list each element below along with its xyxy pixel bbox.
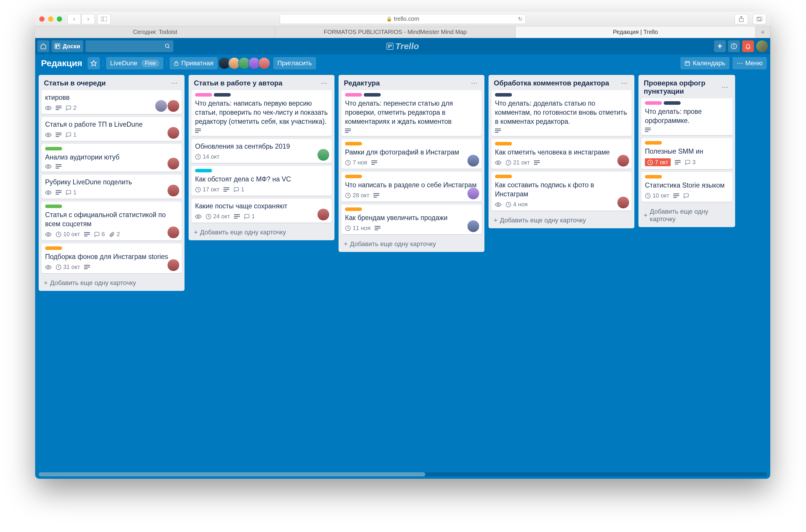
- list-menu-button[interactable]: ⋯: [169, 79, 179, 87]
- label-green[interactable]: [45, 147, 62, 150]
- card[interactable]: Статистика Storie языком10 окт: [641, 172, 732, 202]
- card-member-avatar[interactable]: [617, 197, 629, 208]
- card[interactable]: Рубрику LiveDune поделить1: [41, 175, 182, 199]
- card[interactable]: Что делать: перенести статью для проверк…: [342, 90, 481, 136]
- team-button[interactable]: LiveDune Free: [106, 57, 163, 69]
- card[interactable]: Полезные SMM ин7 окт3: [641, 138, 732, 169]
- forward-button[interactable]: ›: [81, 14, 95, 24]
- back-button[interactable]: ‹: [67, 14, 81, 24]
- card[interactable]: Статья с официальной статистикой по всем…: [41, 202, 182, 241]
- list-name[interactable]: Обработка комментов редактора: [494, 79, 619, 87]
- info-button[interactable]: [728, 40, 740, 52]
- card-member-avatar[interactable]: [468, 220, 479, 232]
- card-badges: 10 окт: [645, 192, 729, 199]
- invite-button[interactable]: Пригласить: [273, 57, 316, 69]
- board-name[interactable]: Редакция: [39, 58, 85, 68]
- card[interactable]: Анализ аудитории ютуб: [41, 144, 182, 172]
- list-name[interactable]: Статьи в очереди: [44, 79, 169, 87]
- card[interactable]: Какие посты чаще сохраняют24 окт1: [191, 199, 332, 223]
- card[interactable]: Что написать в разделе о себе Инстаграм2…: [342, 172, 481, 202]
- label-orange[interactable]: [345, 175, 362, 178]
- menu-button[interactable]: ⋯ Меню: [732, 57, 767, 69]
- label-orange[interactable]: [345, 142, 362, 146]
- maximize-window-button[interactable]: [57, 16, 62, 22]
- card[interactable]: Что делать: прове орфограммке.: [641, 98, 732, 135]
- card[interactable]: Обновления за сентябрь 201914 окт: [191, 139, 332, 163]
- horizontal-scrollbar[interactable]: [39, 472, 767, 476]
- card-member-avatar[interactable]: [155, 100, 167, 112]
- label-navy[interactable]: [495, 93, 512, 97]
- browser-tab-2[interactable]: Редакция | Trello: [515, 26, 756, 38]
- member-avatar[interactable]: [258, 57, 270, 69]
- visibility-button[interactable]: Приватная: [169, 57, 218, 69]
- card-member-avatar[interactable]: [317, 149, 329, 161]
- search-box[interactable]: [86, 40, 173, 52]
- label-orange[interactable]: [495, 142, 512, 146]
- add-card-button[interactable]: +Добавить еще одну карточку: [191, 226, 332, 239]
- home-button[interactable]: [37, 40, 49, 52]
- close-window-button[interactable]: [39, 16, 44, 22]
- label-orange[interactable]: [495, 175, 512, 178]
- label-pink[interactable]: [195, 93, 212, 97]
- calendar-button[interactable]: Календарь: [680, 57, 729, 69]
- card[interactable]: Как брендам увеличить продажи11 ноя: [342, 205, 481, 234]
- label-pink[interactable]: [345, 93, 362, 97]
- card-member-avatar[interactable]: [167, 127, 179, 139]
- label-pink[interactable]: [645, 101, 662, 105]
- label-green[interactable]: [45, 205, 62, 208]
- list-menu-button[interactable]: ⋯: [619, 79, 629, 87]
- card-member-avatar[interactable]: [167, 185, 179, 196]
- card[interactable]: ктировв2: [41, 90, 182, 114]
- add-card-button[interactable]: +Добавить еще одну карточку: [41, 276, 182, 290]
- create-button[interactable]: +: [714, 40, 726, 52]
- card-member-avatar[interactable]: [617, 155, 629, 167]
- add-card-button[interactable]: +Добавить еще одну карточку: [342, 237, 481, 251]
- list-name[interactable]: Редактура: [344, 79, 469, 87]
- reload-icon[interactable]: ↻: [518, 16, 523, 22]
- tabs-button[interactable]: [753, 14, 766, 24]
- card[interactable]: Статья о работе ТП в LiveDune1: [41, 117, 182, 141]
- card-member-avatar[interactable]: [167, 227, 179, 238]
- label-orange[interactable]: [645, 141, 662, 145]
- add-card-button[interactable]: +Добавить еще одну карточку: [641, 205, 732, 226]
- card-member-avatar[interactable]: [317, 209, 329, 220]
- scrollbar-thumb[interactable]: [39, 472, 425, 476]
- card-member-avatar[interactable]: [468, 155, 479, 167]
- label-navy[interactable]: [214, 93, 231, 97]
- card-member-avatar[interactable]: [167, 158, 179, 169]
- label-navy[interactable]: [664, 101, 681, 105]
- browser-tab-0[interactable]: Сегодня: Todoist: [35, 26, 275, 38]
- card-member-avatar[interactable]: [167, 100, 179, 112]
- label-sky[interactable]: [195, 169, 212, 172]
- label-navy[interactable]: [364, 93, 381, 97]
- card[interactable]: Как обстоят дела с МФ? на VC17 окт1: [191, 166, 332, 196]
- list-menu-button[interactable]: ⋯: [469, 79, 479, 87]
- profile-avatar[interactable]: [756, 40, 768, 52]
- label-orange[interactable]: [645, 175, 662, 178]
- card[interactable]: Что делать: доделать статью по комментам…: [492, 90, 631, 136]
- card[interactable]: Как составить подпись к фото в Инстаграм…: [492, 172, 631, 211]
- url-bar[interactable]: 🔒 trello.com ↻: [280, 14, 526, 24]
- star-board-button[interactable]: [88, 57, 100, 69]
- board-canvas[interactable]: Статьи в очереди⋯ктировв2Статья о работе…: [35, 72, 770, 472]
- list-menu-button[interactable]: ⋯: [319, 79, 329, 87]
- share-button[interactable]: [735, 14, 748, 24]
- add-card-button[interactable]: +Добавить еще одну карточку: [492, 214, 631, 227]
- card[interactable]: Как отметить человека в инстаграме21 окт: [492, 139, 631, 169]
- card[interactable]: Что делать: написать первую версию стать…: [191, 90, 332, 136]
- label-orange[interactable]: [45, 246, 62, 250]
- browser-tab-1[interactable]: FORMATOS PUBLICITARIOS - MindMeister Min…: [275, 26, 515, 38]
- card[interactable]: Рамки для фотографий в Инстаграм7 ноя: [342, 139, 481, 169]
- boards-button[interactable]: Доски: [52, 40, 83, 52]
- sidebar-toggle-button[interactable]: [97, 14, 111, 24]
- trello-logo[interactable]: Trello: [386, 41, 419, 51]
- list-menu-button[interactable]: ⋯: [720, 83, 730, 91]
- list-name[interactable]: Статьи в работе у автора: [194, 79, 319, 87]
- card[interactable]: Подборка фонов для Инстаграм stories31 о…: [41, 244, 182, 273]
- new-tab-button[interactable]: +: [756, 26, 770, 38]
- minimize-window-button[interactable]: [48, 16, 53, 22]
- label-orange[interactable]: [345, 208, 362, 211]
- card-member-avatar[interactable]: [468, 188, 479, 199]
- notifications-button[interactable]: [742, 40, 754, 52]
- list-name[interactable]: Проверка орфогр пунктуации: [644, 79, 720, 95]
